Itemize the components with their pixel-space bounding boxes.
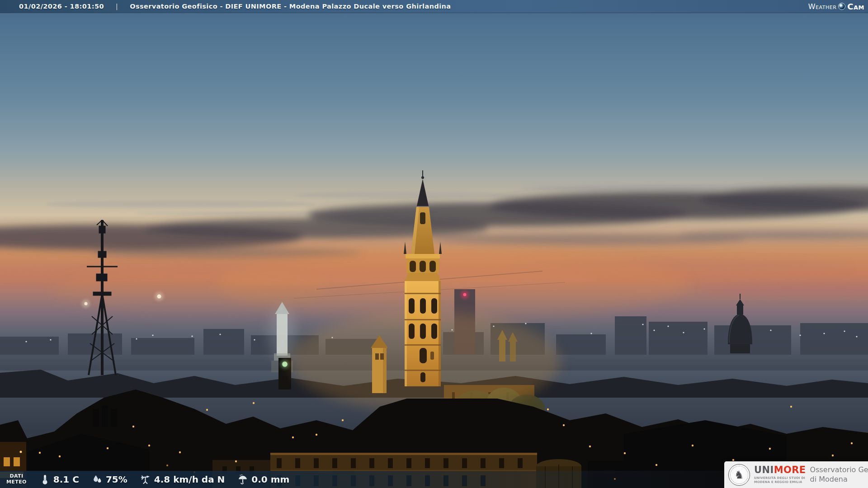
humidity-icon: [92, 474, 103, 485]
university-line2: MODENA E REGGIO EMILIA: [754, 480, 806, 484]
observatory-line2: di Modena: [810, 475, 868, 484]
webcam-page: 01/02/2026 - 18:01:50 | Osservatorio Geo…: [0, 0, 868, 488]
separator: |: [116, 3, 118, 10]
temperature-value: 8.1 C: [53, 474, 79, 485]
clock-tower: [278, 358, 291, 389]
observatory-line1: Osservatorio Geofisico: [810, 465, 868, 475]
weathercam-logo[interactable]: Weather Cam: [808, 2, 864, 11]
rain-icon: [237, 474, 248, 485]
humidity-value: 75%: [106, 474, 127, 485]
humidity-reading: 75%: [92, 474, 127, 485]
thermometer-icon: [39, 474, 50, 485]
temperature-reading: 8.1 C: [39, 474, 79, 485]
knight-icon: ♞: [734, 469, 744, 480]
wind-value: 4.8 km/h da N: [154, 474, 225, 485]
unimore-uni-text: UNI: [754, 465, 774, 475]
red-antenna-light: [461, 291, 469, 299]
dati-meteo-label: DATI METEO: [6, 474, 27, 485]
unimore-more-text: MORE: [774, 465, 806, 475]
timestamp: 01/02/2026 - 18:01:50: [19, 3, 104, 10]
camera-lens-icon: [838, 3, 845, 10]
unimore-logo-card[interactable]: ♞ UNIMORE UNIVERSITÀ DEGLI STUDI DI MODE…: [724, 461, 868, 488]
unimore-seal-icon: ♞: [728, 464, 750, 486]
page-title: Osservatorio Geofisico - DIEF UNIMORE - …: [130, 3, 451, 10]
top-bar: 01/02/2026 - 18:01:50 | Osservatorio Geo…: [0, 0, 868, 13]
observatory-name: Osservatorio Geofisico di Modena: [810, 465, 868, 484]
unimore-wordmark: UNIMORE UNIVERSITÀ DEGLI STUDI DI MODENA…: [754, 465, 806, 484]
university-line1: UNIVERSITÀ DEGLI STUDI DI: [754, 476, 806, 480]
wind-icon: [140, 474, 151, 485]
rain-value: 0.0 mm: [251, 474, 289, 485]
dati-meteo-line2: METEO: [6, 479, 27, 485]
rain-reading: 0.0 mm: [237, 474, 289, 485]
city-panorama: [0, 0, 868, 488]
weathercam-cam-label: Cam: [847, 2, 864, 11]
wind-reading: 4.8 km/h da N: [140, 474, 225, 485]
weathercam-weather-label: Weather: [808, 2, 837, 11]
